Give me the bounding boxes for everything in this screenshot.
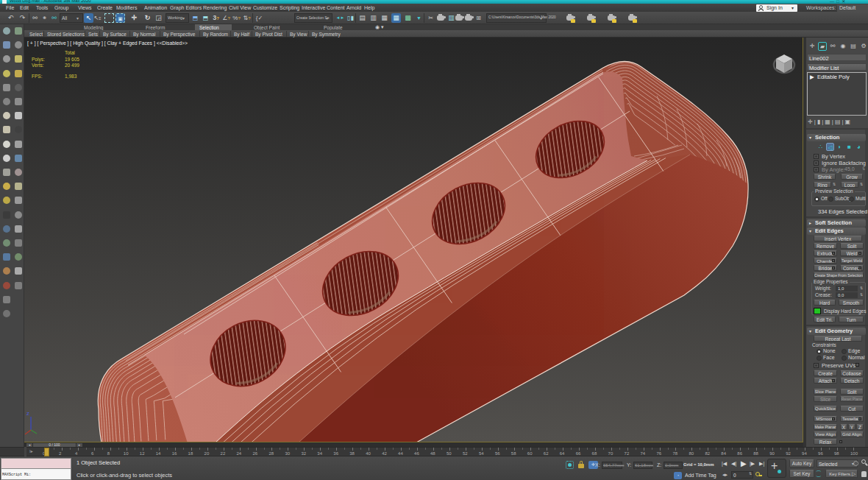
svg-text:z: z	[26, 410, 29, 417]
